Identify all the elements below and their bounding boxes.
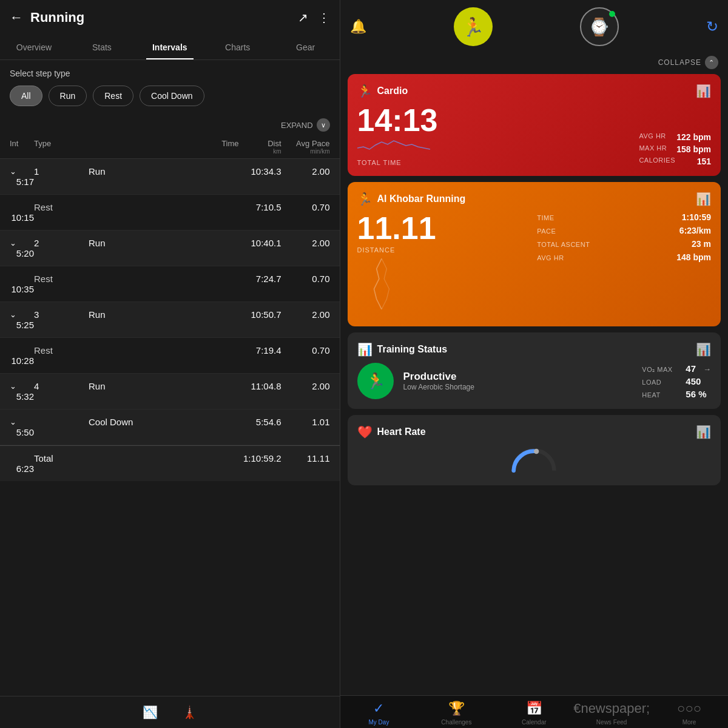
productive-badge: 🏃: [357, 363, 394, 399]
productive-label: Productive: [403, 371, 633, 383]
nav-my-day[interactable]: ✓ My Day: [340, 701, 418, 726]
cardio-icon: 🏃: [357, 84, 372, 98]
interval-group-3: ⌄ 3 Run 10:50.7 2.00 5:25 Rest 7:19.4 0.…: [0, 302, 340, 374]
sub-time: 7:24.7: [239, 274, 281, 284]
int-type: Cool Down: [89, 417, 239, 427]
vo2-row: VO₂ MAX 47 →: [642, 363, 711, 374]
int-pace: 5:32: [10, 391, 34, 402]
table-row: Rest 7:19.4 0.70 10:28: [0, 338, 340, 374]
refresh-icon[interactable]: ↻: [706, 18, 718, 35]
chevron-cell: ⌄: [10, 417, 34, 426]
tab-gear[interactable]: Gear: [272, 35, 340, 59]
khobar-stats: TIME 1:10:59 PACE 6:23/km TOTAL ASCENT 2…: [537, 212, 711, 317]
int-dist: 2.00: [281, 381, 330, 391]
nav-calendar[interactable]: 📅 Calendar: [495, 701, 573, 726]
nav-challenges-label: Challenges: [441, 719, 471, 726]
calories-row: CALORIES 151: [639, 157, 711, 166]
heart-rate-header: ❤️ Heart Rate 📊: [357, 425, 711, 439]
khobar-title-row: 🏃 Al Khobar Running: [357, 192, 466, 206]
col-dist: Dist: [239, 139, 281, 148]
khobar-pace-label: PACE: [537, 228, 556, 235]
filter-cooldown[interactable]: Cool Down: [140, 86, 204, 106]
load-label: LOAD: [642, 379, 678, 386]
expand-row: EXPAND ∨: [0, 115, 340, 135]
table-row[interactable]: ⌄ 3 Run 10:50.7 2.00 5:25: [0, 302, 340, 338]
total-dist: 11.11: [281, 453, 330, 463]
khobar-body: 11.11 DISTANCE TIME 1:10:59 PACE: [357, 212, 711, 317]
khobar-avghr-value: 148 bpm: [676, 252, 711, 262]
map-icon[interactable]: 🗼: [182, 705, 197, 720]
table-row[interactable]: ⌄ 4 Run 11:04.8 2.00 5:32: [0, 374, 340, 410]
heart-rate-title: Heart Rate: [377, 426, 426, 437]
tab-overview[interactable]: Overview: [0, 35, 68, 59]
watch-avatar[interactable]: ⌚: [580, 7, 619, 46]
notification-icon[interactable]: 🔔: [350, 19, 366, 35]
training-icon: 📊: [357, 342, 372, 357]
activity-icon[interactable]: 📉: [143, 705, 158, 720]
khobar-avghr-label: AVG HR: [537, 254, 564, 261]
max-hr-value: 158 bpm: [676, 144, 711, 154]
nav-news-feed[interactable]: €newspaper; News Feed: [573, 701, 650, 726]
calories-value: 151: [697, 157, 711, 166]
nav-news-feed-label: News Feed: [596, 719, 627, 726]
heat-row: HEAT 56 %: [642, 389, 711, 399]
sub-pace: 10:28: [10, 356, 34, 366]
khobar-pace-value: 6:23/km: [679, 226, 711, 235]
sub-dist: 0.70: [281, 345, 330, 356]
interval-group-1: ⌄ 1 Run 10:34.3 2.00 5:17 Rest 7:10.5 0.…: [0, 159, 340, 231]
watch-online-dot: [609, 11, 615, 17]
my-day-icon: ✓: [373, 701, 384, 716]
collapse-button[interactable]: ⌃: [705, 56, 718, 69]
load-row: LOAD 450: [642, 376, 711, 386]
nav-challenges[interactable]: 🏆 Challenges: [417, 701, 495, 726]
filter-run[interactable]: Run: [49, 86, 87, 106]
tab-stats[interactable]: Stats: [68, 35, 136, 59]
col-dist-unit: km: [239, 148, 281, 155]
total-pace: 6:23: [10, 463, 34, 474]
more-icon[interactable]: ⋮: [318, 10, 330, 25]
sub-type: Rest: [34, 345, 89, 356]
calendar-icon: 📅: [526, 701, 542, 716]
tab-charts[interactable]: Charts: [204, 35, 272, 59]
tab-intervals[interactable]: Intervals: [136, 35, 204, 59]
running-header: ← Running ↗ ⋮: [0, 0, 340, 35]
training-body: 🏃 Productive Low Aerobic Shortage VO₂ MA…: [357, 363, 711, 399]
back-button[interactable]: ←: [10, 10, 23, 25]
training-chart-icon[interactable]: 📊: [696, 342, 711, 357]
table-row[interactable]: ⌄ 1 Run 10:34.3 2.00 5:17: [0, 159, 340, 195]
right-panel: 🔔 🏃 ⌚ ↻ COLLAPSE ⌃ 🏃 Cardio 📊: [340, 0, 728, 728]
filter-buttons: All Run Rest Cool Down: [0, 83, 340, 115]
col-type: Type: [34, 139, 89, 155]
svg-point-0: [534, 449, 539, 454]
avg-hr-value: 122 bpm: [676, 132, 711, 142]
watch-icon: ⌚: [588, 17, 610, 37]
collapse-bar: COLLAPSE ⌃: [340, 53, 728, 74]
khobar-time-label: TIME: [537, 214, 554, 221]
int-dist: 1.01: [281, 417, 330, 427]
share-icon[interactable]: ↗: [298, 10, 308, 25]
activity-avatar[interactable]: 🏃: [454, 7, 493, 46]
khobar-distance-label: DISTANCE: [357, 246, 531, 254]
int-time: 10:50.7: [239, 309, 281, 320]
heart-rate-body: [357, 445, 711, 476]
table-row[interactable]: ⌄ Cool Down 5:54.6 1.01 5:50: [0, 410, 340, 445]
chevron-cell: ⌄: [10, 167, 34, 176]
expand-button[interactable]: ∨: [317, 118, 330, 132]
cardio-chart-icon[interactable]: 📊: [696, 84, 711, 98]
table-row[interactable]: ⌄ 2 Run 10:40.1 2.00 5:20: [0, 231, 340, 266]
filter-all[interactable]: All: [10, 86, 42, 106]
chevron-down-icon: ⌄: [10, 238, 16, 248]
khobar-avghr-row: AVG HR 148 bpm: [537, 252, 711, 262]
int-pace: 5:17: [10, 177, 34, 187]
step-type-label: Select step type: [0, 60, 340, 83]
total-label: Total: [34, 453, 89, 463]
int-number: 4: [34, 381, 89, 391]
filter-rest[interactable]: Rest: [93, 86, 133, 106]
nav-more[interactable]: ○○○ More: [650, 701, 728, 726]
training-title-row: 📊 Training Status: [357, 342, 448, 357]
heart-rate-title-row: ❤️ Heart Rate: [357, 425, 426, 439]
khobar-chart-icon[interactable]: 📊: [696, 192, 711, 206]
page-title: Running: [30, 10, 298, 25]
hr-chart-icon[interactable]: 📊: [696, 425, 711, 439]
khobar-distance-value: 11.11: [357, 212, 531, 244]
